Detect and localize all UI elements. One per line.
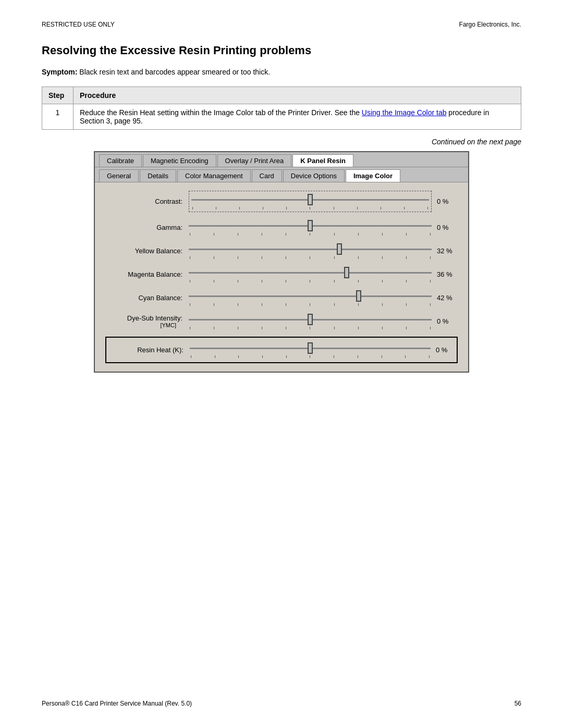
tab-card[interactable]: Card: [252, 169, 282, 182]
slider-contrast-label: Contrast:: [105, 198, 189, 205]
resin-heat-box: Resin Heat (K): 0 %: [105, 337, 458, 363]
slider-dyesub-row: Dye-Sub Intensity: [YMC] 0 %: [105, 313, 458, 329]
slider-resin-wrapper: [190, 342, 431, 358]
cyan-ticks: [189, 303, 432, 306]
yellow-thumb[interactable]: [337, 243, 342, 255]
slider-dyesub-sublabel: [YMC]: [105, 322, 182, 328]
slider-resin-track: [190, 342, 431, 354]
tab-row-bottom: General Details Color Management Card De…: [95, 167, 468, 182]
contrast-thumb[interactable]: [308, 194, 313, 205]
tab-row-top: Calibrate Magnetic Encoding Overlay / Pr…: [95, 152, 468, 167]
slider-contrast-track: [191, 193, 429, 206]
dyesub-track: [189, 319, 432, 320]
slider-cyan-wrapper: [189, 290, 432, 306]
slider-magenta-track: [189, 266, 432, 279]
slider-yellow-track: [189, 243, 432, 255]
procedure-before: Reduce the Resin Heat setting within the…: [80, 108, 362, 117]
yellow-track: [189, 249, 432, 250]
resin-ticks: [190, 355, 431, 358]
tab-device-options[interactable]: Device Options: [283, 169, 345, 182]
tab-overlay-print-area[interactable]: Overlay / Print Area: [217, 154, 292, 167]
symptom-label: Symptom:: [42, 68, 77, 76]
procedure-link[interactable]: Using the Image Color tab: [362, 108, 447, 117]
resin-track: [190, 348, 431, 349]
table-row: 1 Reduce the Resin Heat setting within t…: [42, 104, 521, 130]
gamma-ticks: [189, 233, 432, 236]
dyesub-thumb[interactable]: [308, 314, 313, 325]
slider-cyan-track: [189, 290, 432, 302]
footer-right: 56: [515, 700, 521, 707]
col-step: Step: [42, 87, 74, 104]
magenta-ticks: [189, 280, 432, 282]
yellow-value: 32 %: [432, 247, 458, 255]
tab-image-color[interactable]: Image Color: [346, 169, 400, 182]
tab-details[interactable]: Details: [140, 169, 176, 182]
tab-k-panel-resin[interactable]: K Panel Resin: [292, 154, 353, 167]
slider-gamma-row: Gamma: 0 %: [105, 219, 458, 236]
continued-text: Continued on the next page: [42, 138, 521, 146]
cyan-thumb[interactable]: [356, 290, 361, 302]
step-number: 1: [42, 104, 74, 130]
slider-cyan-label: Cyan Balance:: [105, 294, 189, 302]
printer-dialog: Calibrate Magnetic Encoding Overlay / Pr…: [94, 151, 469, 373]
dyesub-value: 0 %: [432, 317, 458, 325]
contrast-value: 0 %: [432, 198, 458, 205]
slider-magenta-row: Magenta Balance: 36 %: [105, 266, 458, 282]
cyan-track: [189, 295, 432, 297]
yellow-ticks: [189, 256, 432, 259]
slider-cyan-row: Cyan Balance: 42 %: [105, 290, 458, 306]
footer-bar: Persona® C16 Card Printer Service Manual…: [42, 700, 521, 707]
slider-gamma-track: [189, 219, 432, 232]
header-bar: RESTRICTED USE ONLY Fargo Electronics, I…: [42, 21, 521, 28]
tab-color-management[interactable]: Color Management: [177, 169, 251, 182]
slider-magenta-label: Magenta Balance:: [105, 270, 189, 278]
resin-thumb[interactable]: [308, 342, 313, 354]
contrast-ticks: [191, 207, 429, 209]
magenta-track: [189, 272, 432, 274]
dialog-content: Contrast:: [95, 182, 468, 372]
cyan-value: 42 %: [432, 294, 458, 302]
slider-magenta-wrapper: [189, 266, 432, 282]
footer-left: Persona® C16 Card Printer Service Manual…: [42, 700, 192, 707]
slider-yellow-wrapper: [189, 243, 432, 259]
tab-magnetic-encoding[interactable]: Magnetic Encoding: [143, 154, 216, 167]
slider-gamma-label: Gamma:: [105, 224, 189, 231]
header-right: Fargo Electronics, Inc.: [459, 21, 521, 28]
slider-yellow-row: Yellow Balance: 32 %: [105, 243, 458, 259]
gamma-value: 0 %: [432, 224, 458, 231]
slider-dyesub-label: Dye-Sub Intensity:: [105, 314, 182, 322]
slider-contrast-row: Contrast:: [105, 191, 458, 212]
slider-resin-label: Resin Heat (K):: [106, 346, 190, 354]
magenta-thumb[interactable]: [344, 267, 349, 278]
contrast-track: [191, 199, 429, 201]
gamma-thumb[interactable]: [308, 220, 313, 231]
resin-value: 0 %: [431, 346, 457, 354]
slider-yellow-label: Yellow Balance:: [105, 247, 189, 255]
page: RESTRICTED USE ONLY Fargo Electronics, I…: [0, 0, 563, 728]
tab-general[interactable]: General: [99, 169, 139, 182]
header-left: RESTRICTED USE ONLY: [42, 21, 115, 28]
magenta-value: 36 %: [432, 270, 458, 278]
col-procedure: Procedure: [74, 87, 521, 104]
slider-resin-row: Resin Heat (K): 0 %: [106, 342, 457, 358]
slider-gamma-wrapper: [189, 219, 432, 236]
procedure-table: Step Procedure 1 Reduce the Resin Heat s…: [42, 87, 521, 130]
dyesub-ticks: [189, 327, 432, 329]
tab-calibrate[interactable]: Calibrate: [99, 154, 142, 167]
gamma-track: [189, 225, 432, 227]
symptom-text: Black resin text and barcodes appear sme…: [79, 68, 270, 76]
page-title: Resolving the Excessive Resin Printing p…: [42, 44, 521, 57]
slider-contrast-wrapper: [189, 191, 432, 212]
symptom: Symptom: Black resin text and barcodes a…: [42, 68, 521, 76]
slider-dyesub-wrapper: [189, 313, 432, 329]
procedure-text: Reduce the Resin Heat setting within the…: [74, 104, 521, 130]
slider-dyesub-track: [189, 313, 432, 326]
